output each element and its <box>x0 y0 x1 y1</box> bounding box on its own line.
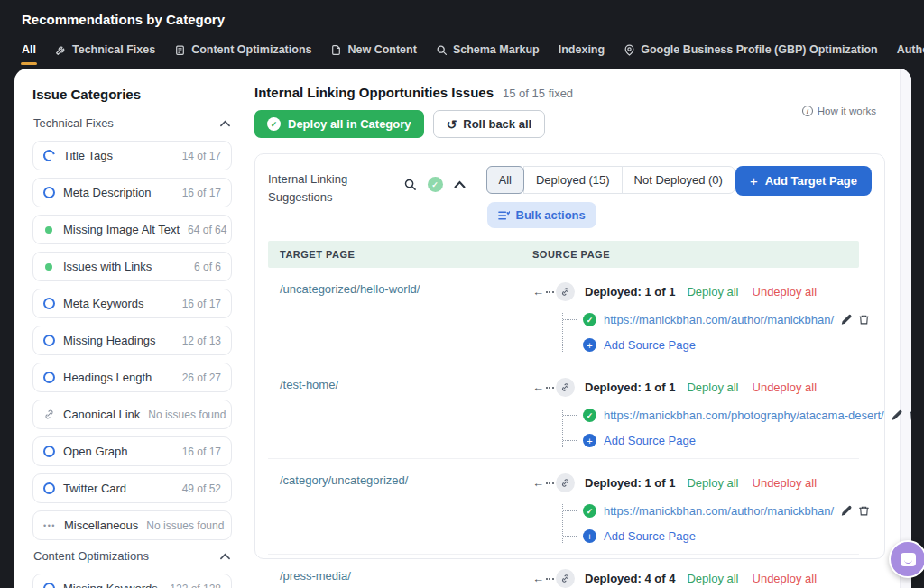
section-label: Content Optimizations <box>33 549 149 563</box>
trash-icon[interactable] <box>858 505 870 517</box>
section-content-optimizations[interactable]: Content Optimizations <box>33 549 230 563</box>
how-it-works-link[interactable]: i How it works <box>802 106 876 116</box>
sidebar-item-twitter-card[interactable]: Twitter Card 49 of 52 <box>32 473 232 503</box>
add-target-page-button[interactable]: + Add Target Page <box>735 166 872 196</box>
deploy-all-link[interactable]: Deploy all <box>687 285 738 299</box>
tab-indexing[interactable]: Indexing <box>559 43 605 56</box>
issue-categories-sidebar: Issue Categories Technical Fixes Title T… <box>14 69 244 588</box>
deployed-status: Deployed: 1 of 1 <box>585 381 675 394</box>
deploy-all-link[interactable]: Deploy all <box>687 572 738 585</box>
info-icon: i <box>802 106 813 116</box>
source-page-link[interactable]: https://manickbhan.com/photography/ataca… <box>604 409 884 422</box>
target-page-link[interactable]: /category/uncategorized/ <box>280 473 532 487</box>
sidebar-item-missing-image-alt-text[interactable]: Missing Image Alt Text 64 of 64 <box>32 215 232 244</box>
category-label: Twitter Card <box>63 482 126 495</box>
deploy-all-link[interactable]: Deploy all <box>687 381 738 394</box>
section-technical-fixes[interactable]: Technical Fixes <box>33 116 230 130</box>
roll-back-all-button[interactable]: ↺ Roll back all <box>433 110 546 138</box>
internal-linking-suggestions-panel: Internal Linking Suggestions ✓ All Deplo… <box>254 153 885 559</box>
tab-gbp-optimization[interactable]: Google Business Profile (GBP) Optimizati… <box>624 43 878 56</box>
source-page-link[interactable]: https://manickbhan.com/author/manickbhan… <box>604 504 834 518</box>
progress-ring-icon <box>43 187 55 198</box>
tab-label: Authority Building (Hyperd <box>897 43 924 56</box>
category-label: Canonical Link <box>63 408 140 421</box>
tab-label: Schema Markup <box>453 43 540 56</box>
category-label: Open Graph <box>63 445 128 458</box>
check-circle-icon: ✓ <box>583 409 596 422</box>
sidebar-item-canonical-link[interactable]: Canonical Link No issues found <box>32 400 232 429</box>
scrollbar[interactable] <box>900 69 911 588</box>
tab-technical-fixes[interactable]: Technical Fixes <box>55 43 155 56</box>
category-label: Missing Keywords <box>63 582 158 588</box>
deploy-all-link[interactable]: Deploy all <box>687 476 738 490</box>
undeploy-all-link[interactable]: Undeploy all <box>753 285 818 299</box>
sidebar-item-meta-keywords[interactable]: Meta Keywords 16 of 17 <box>32 289 232 318</box>
sidebar-item-missing-headings[interactable]: Missing Headings 12 of 13 <box>32 326 232 355</box>
top-bar: Recommendations by Category All Technica… <box>0 0 924 59</box>
tab-schema-markup[interactable]: Schema Markup <box>436 43 540 56</box>
target-page-link[interactable]: /test-home/ <box>280 378 532 391</box>
sidebar-item-headings-length[interactable]: Headings Length 26 of 27 <box>32 363 232 392</box>
chevron-up-icon[interactable] <box>454 180 466 188</box>
category-label: Issues with Links <box>63 260 152 273</box>
pencil-icon[interactable] <box>892 409 903 421</box>
category-count: 6 of 6 <box>194 261 221 273</box>
sidebar-item-issues-with-links[interactable]: Issues with Links 6 of 6 <box>32 252 232 281</box>
suggestions-table: TARGET PAGE SOURCE PAGE /uncategorized/h… <box>268 241 859 588</box>
tab-new-content[interactable]: New Content <box>330 43 416 56</box>
filter-tab-all[interactable]: All <box>486 166 524 194</box>
add-source-page-link[interactable]: Add Source Page <box>604 338 696 352</box>
sidebar-item-miscellaneous[interactable]: ••• Miscellaneous No issues found <box>32 510 232 540</box>
link-icon <box>556 378 575 397</box>
main-content: Internal Linking Opportunities Issues 15… <box>244 69 900 588</box>
tab-content-optimizations[interactable]: Content Optimizations <box>174 43 311 56</box>
green-dot-icon <box>45 226 52 234</box>
category-count: 16 of 17 <box>182 446 221 458</box>
filter-tab-deployed[interactable]: Deployed (15) <box>523 166 623 194</box>
filter-tab-not-deployed[interactable]: Not Deployed (0) <box>622 166 735 194</box>
chat-widget-button[interactable] <box>889 540 924 578</box>
pencil-icon[interactable] <box>841 314 853 326</box>
target-page-link[interactable]: /press-media/ <box>280 569 532 583</box>
tab-all[interactable]: All <box>22 43 36 56</box>
pencil-icon[interactable] <box>841 505 853 517</box>
trash-icon[interactable] <box>909 409 911 421</box>
add-source-page-item: + Add Source Page <box>563 338 875 352</box>
sidebar-item-meta-description[interactable]: Meta Description 16 of 17 <box>32 178 232 207</box>
tab-label: Technical Fixes <box>72 43 155 56</box>
deploy-all-in-category-button[interactable]: ✓ Deploy all in Category <box>254 110 424 138</box>
add-source-page-link[interactable]: Add Source Page <box>604 529 696 543</box>
check-circle-icon: ✓ <box>583 504 596 518</box>
category-count: 12 of 13 <box>182 335 221 347</box>
sidebar-item-missing-keywords[interactable]: Missing Keywords 122 of 128 <box>32 574 232 588</box>
undeploy-all-link[interactable]: Undeploy all <box>753 572 818 585</box>
search-icon[interactable] <box>403 178 417 191</box>
bulk-actions-button[interactable]: Bulk actions <box>487 202 596 228</box>
source-page-item: ✓ https://manickbhan.com/author/manickbh… <box>563 504 875 518</box>
sidebar-item-open-graph[interactable]: Open Graph 16 of 17 <box>32 436 232 466</box>
rollback-icon: ↺ <box>447 118 457 131</box>
undeploy-all-link[interactable]: Undeploy all <box>753 381 818 394</box>
wrench-icon <box>55 44 67 56</box>
clipboard-icon <box>174 44 186 56</box>
filter-check-icon[interactable]: ✓ <box>428 177 443 192</box>
deploy-filter-tabs: All Deployed (15) Not Deployed (0) <box>487 166 735 194</box>
trash-icon[interactable] <box>858 314 870 326</box>
arrow-left-dashed-icon: ← <box>532 572 554 585</box>
add-source-page-item: + Add Source Page <box>563 529 875 543</box>
green-dot-icon <box>45 263 52 271</box>
section-title: Internal Linking Opportunities Issues <box>254 85 494 100</box>
progress-ring-icon <box>42 148 58 164</box>
how-it-works-label: How it works <box>818 106 876 116</box>
target-page-link[interactable]: /uncategorized/hello-world/ <box>280 282 532 296</box>
sidebar-item-title-tags[interactable]: Title Tags 14 of 17 <box>32 141 232 170</box>
table-row: /uncategorized/hello-world/ ← Deployed: … <box>268 268 859 363</box>
undeploy-all-link[interactable]: Undeploy all <box>753 476 818 490</box>
tab-authority-building[interactable]: Authority Building (Hyperd <box>897 43 924 56</box>
add-source-page-link[interactable]: Add Source Page <box>604 434 696 447</box>
source-page-link[interactable]: https://manickbhan.com/author/manickbhan… <box>604 313 834 326</box>
plus-circle-icon: + <box>583 434 596 447</box>
progress-ring-icon <box>43 335 55 346</box>
source-page-item: ✓ https://manickbhan.com/author/manickbh… <box>563 313 875 326</box>
source-page-item: ✓ https://manickbhan.com/photography/ata… <box>563 409 911 422</box>
